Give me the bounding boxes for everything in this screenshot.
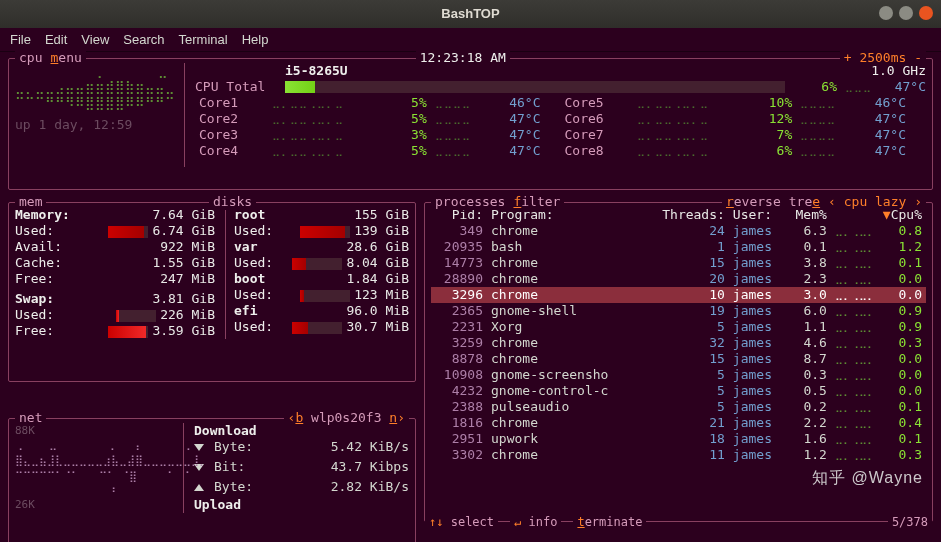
disk-used-row: Used:139 GiB — [234, 223, 409, 239]
disk-row: efi96.0 MiB — [234, 303, 409, 319]
clock: 12:23:18 AM — [416, 50, 510, 66]
core-pct: 5% — [391, 111, 431, 127]
disks-title: disks — [209, 194, 256, 210]
core-spark: ⣀⡀⣀⣀⢀⣀⡀⣀ — [633, 95, 756, 111]
net-row-label: Byte: — [214, 479, 321, 495]
process-row[interactable]: 14773chrome15james3.8⣀⡀⢀⣀⡀0.1 — [431, 255, 926, 271]
arrow-up-icon — [194, 484, 204, 491]
menu-file[interactable]: File — [10, 32, 31, 48]
swap-row: Used:226 MiB — [15, 307, 215, 323]
mem-title: mem — [15, 194, 46, 210]
net-row-label: Bit: — [214, 459, 321, 475]
net-panel: net ‹b wlp0s20f3 n› 88K ⢀ ⣀ ⡀ ⢠ ⡀ ⣿⣄⣀⣦⣸⣇… — [8, 418, 416, 542]
core-temp: 47°C — [864, 143, 910, 159]
core-temp: 46°C — [864, 95, 910, 111]
core-pct: 10% — [756, 95, 796, 111]
disk-used-row: Used:123 MiB — [234, 287, 409, 303]
disk-row: root155 GiB — [234, 207, 409, 223]
core-pct: 5% — [391, 143, 431, 159]
footer-info: ↵ info — [510, 514, 561, 530]
core-pct: 7% — [756, 127, 796, 143]
menu-terminal[interactable]: Terminal — [179, 32, 228, 48]
process-row[interactable]: 2951upwork18james1.6⣀⡀⢀⣀⡀0.1 — [431, 431, 926, 447]
disk-used-row: Used:30.7 MiB — [234, 319, 409, 335]
core-name: Core3 — [195, 127, 268, 143]
process-row[interactable]: 10908gnome-screensho5james0.3⣀⡀⢀⣀⡀0.0 — [431, 367, 926, 383]
process-row[interactable]: 3296chrome10james3.0⣀⡀⢀⣀⡀0.0 — [431, 287, 926, 303]
window-minimize-button[interactable] — [879, 6, 893, 20]
process-row[interactable]: 2365gnome-shell19james6.0⣀⡀⢀⣀⡀0.9 — [431, 303, 926, 319]
net-iface[interactable]: ‹b wlp0s20f3 n› — [284, 410, 409, 426]
window-close-button[interactable] — [919, 6, 933, 20]
core-spark: ⣀⡀⣀⣀⢀⣀⡀⣀ — [633, 143, 756, 159]
process-row[interactable]: 3259chrome32james4.6⣀⡀⢀⣀⡀0.3 — [431, 335, 926, 351]
cpu-model: i5-8265U — [285, 63, 348, 79]
core-pct: 5% — [391, 95, 431, 111]
menu-edit[interactable]: Edit — [45, 32, 67, 48]
process-row[interactable]: 8878chrome15james8.7⣀⡀⢀⣀⡀0.0 — [431, 351, 926, 367]
uptime: up 1 day, 12:59 — [15, 117, 174, 133]
process-row[interactable]: 2231Xorg5james1.1⣀⡀⢀⣀⡀0.9 — [431, 319, 926, 335]
net-graph: 88K ⢀ ⣀ ⡀ ⢠ ⡀ ⣿⣄⣀⣦⣸⣇⣀⣀⣀⣀⣀⣰⣧⣀⣼⣿⣀⣀⣀⣀⣀⣀⣸⡀ ⠉… — [15, 423, 175, 513]
process-row[interactable]: 1816chrome21james2.2⣀⡀⢀⣀⡀0.4 — [431, 415, 926, 431]
process-row[interactable]: 2388pulseaudio5james0.2⣀⡀⢀⣀⡀0.1 — [431, 399, 926, 415]
menu-view[interactable]: View — [81, 32, 109, 48]
swap-label: Swap: — [15, 291, 54, 307]
tree-button[interactable]: tree — [785, 194, 824, 210]
cpu-total-label: CPU Total — [195, 79, 277, 95]
net-scale-bot: 26K — [15, 497, 35, 513]
process-row[interactable]: 20935bash1james0.1⣀⡀⢀⣀⡀1.2 — [431, 239, 926, 255]
process-row[interactable]: 4232gnome-control-c5james0.5⣀⡀⢀⣀⡀0.0 — [431, 383, 926, 399]
core-pct: 3% — [391, 127, 431, 143]
swap-row: Free:3.59 GiB — [15, 323, 215, 339]
reverse-button[interactable]: reverse — [722, 194, 785, 210]
core-spark: ⣀⡀⣀⣀⢀⣀⡀⣀ — [268, 95, 391, 111]
core-temp: 47°C — [864, 111, 910, 127]
core-name: Core7 — [560, 127, 633, 143]
net-row-value: 2.82 KiB/s — [331, 479, 409, 495]
disks-column: root155 GiB Used:139 GiBvar28.6 GiB Used… — [225, 207, 409, 339]
net-row-value: 5.42 KiB/s — [331, 439, 409, 455]
menubar: File Edit View Search Terminal Help — [0, 28, 941, 52]
core-spark: ⣀⡀⣀⣀⢀⣀⡀⣀ — [268, 143, 391, 159]
process-counter: 5/378 — [888, 514, 932, 530]
window-title: BashTOP — [441, 6, 499, 22]
menu-help[interactable]: Help — [242, 32, 269, 48]
watermark: 知乎 @Wayne — [812, 470, 923, 486]
core-spark: ⣀⡀⣀⣀⢀⣀⡀⣀ — [268, 111, 391, 127]
core-spark: ⣀⡀⣀⣀⢀⣀⡀⣀ — [633, 111, 756, 127]
mem-row: Free:247 MiB — [15, 271, 215, 287]
swap-total: 3.81 GiB — [152, 291, 215, 307]
process-row[interactable]: 3302chrome11james1.2⣀⡀⢀⣀⡀0.3 — [431, 447, 926, 463]
mem-row: Avail:922 MiB — [15, 239, 215, 255]
net-scale-top: 88K — [15, 423, 35, 439]
core-spark: ⣀⡀⣀⣀⢀⣀⡀⣀ — [268, 127, 391, 143]
cpu-total-pct: 6% — [797, 79, 837, 95]
disk-row: var28.6 GiB — [234, 239, 409, 255]
cpu-panel: cpu menu 12:23:18 AM + 2500ms - ⢀ ⣀ ⣀⡀⣀⣀… — [8, 58, 933, 190]
core-temp: 47°C — [498, 111, 544, 127]
core-temp: 47°C — [864, 127, 910, 143]
sort-mode[interactable]: ‹ cpu lazy › — [824, 194, 926, 210]
menu-search[interactable]: Search — [123, 32, 164, 48]
process-table[interactable]: Pid: Program: Threads: User: Mem% ▼Cpu% … — [431, 207, 926, 463]
process-row[interactable]: 349chrome24james6.3⣀⡀⢀⣀⡀0.8 — [431, 223, 926, 239]
footer-terminate[interactable]: terminate — [573, 514, 646, 530]
process-row[interactable]: 28890chrome20james2.3⣀⡀⢀⣀⡀0.0 — [431, 271, 926, 287]
window-titlebar: BashTOP — [0, 0, 941, 28]
filter-button[interactable]: filter — [509, 194, 564, 210]
core-name: Core2 — [195, 111, 268, 127]
mem-column: Memory:7.64 GiB Used:6.74 GiBAvail:922 M… — [15, 207, 215, 339]
cpu-total-temp: 47°C — [880, 79, 926, 95]
cpu-cores-table: Core1 ⣀⡀⣀⣀⢀⣀⡀⣀ 5% ⣀⣀⣀⣀ 46°C Core5 ⣀⡀⣀⣀⢀⣀… — [195, 95, 926, 159]
arrow-down-icon — [194, 444, 204, 451]
core-temp: 46°C — [498, 95, 544, 111]
core-name: Core4 — [195, 143, 268, 159]
core-spark: ⣀⡀⣀⣀⢀⣀⡀⣀ — [633, 127, 756, 143]
col-threads[interactable]: Threads: — [658, 207, 729, 223]
core-name: Core6 — [560, 111, 633, 127]
update-interval[interactable]: + 2500ms - — [840, 50, 926, 66]
core-name: Core1 — [195, 95, 268, 111]
window-maximize-button[interactable] — [899, 6, 913, 20]
footer-select: ↑↓ select — [425, 514, 498, 530]
